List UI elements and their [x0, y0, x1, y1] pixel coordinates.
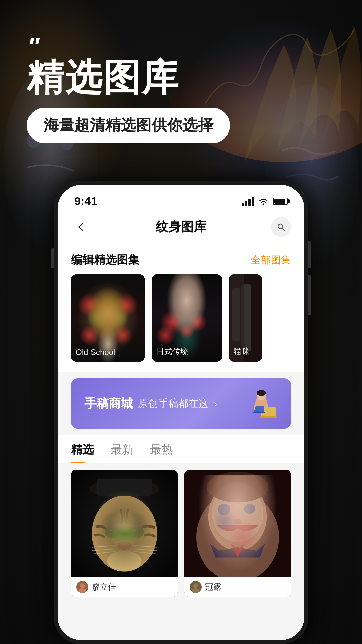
gallery-card-label-japanese: 日式传统: [156, 346, 188, 357]
svg-line-66: [133, 549, 157, 551]
banner[interactable]: 手稿商城 原创手稿都在这 ›: [71, 378, 291, 429]
artist-name-liao: 廖立佳: [92, 582, 116, 592]
gallery-card-japanese[interactable]: 日式传统: [152, 274, 222, 362]
tab-featured[interactable]: 精选: [71, 442, 94, 463]
svg-rect-72: [184, 470, 291, 577]
signal-bar-3: [248, 199, 251, 206]
image-grid: 廖立佳: [58, 463, 304, 604]
svg-line-64: [92, 551, 116, 554]
svg-point-78: [234, 519, 242, 524]
svg-point-81: [193, 583, 198, 588]
tab-hottest[interactable]: 最热: [150, 442, 173, 463]
svg-point-26: [174, 288, 199, 305]
svg-point-12: [105, 328, 108, 330]
search-icon: [276, 222, 286, 232]
tiger-svg: [71, 470, 178, 577]
tabs-row: 精选 最新 最热: [71, 442, 291, 463]
signal-bar-2: [245, 201, 247, 206]
artist-name-guan: 冠露: [205, 582, 221, 592]
svg-point-53: [105, 526, 120, 538]
phone-side-button-right-bottom: [308, 275, 311, 315]
main-title: 精选图库: [27, 57, 230, 98]
svg-point-21: [98, 298, 118, 318]
grid-column-right: 冠露: [184, 470, 291, 597]
banner-illustration: [237, 388, 278, 419]
svg-point-60: [134, 530, 136, 531]
svg-point-57: [129, 526, 144, 538]
back-button[interactable]: [71, 217, 91, 237]
wifi-icon: [258, 197, 269, 206]
person-svg: [237, 388, 278, 419]
grid-card-tiger[interactable]: 廖立佳: [71, 470, 178, 597]
grid-card-joker[interactable]: 冠露: [184, 470, 291, 597]
gallery-card-old-school[interactable]: Old School: [71, 274, 145, 362]
svg-point-32: [196, 321, 206, 331]
svg-point-20: [122, 306, 135, 317]
svg-line-7: [282, 228, 284, 230]
grid-column-left: 廖立佳: [71, 470, 178, 597]
phone-side-button-left: [51, 248, 54, 268]
subtitle-text: 海量超清精选图供你选择: [44, 116, 213, 134]
status-bar: 9:41: [58, 185, 304, 212]
header-section: " 精选图库 海量超清精选图供你选择: [27, 34, 230, 143]
phone-outer: 9:41: [54, 181, 308, 644]
back-icon: [76, 222, 86, 232]
search-button[interactable]: [271, 217, 291, 237]
svg-point-36: [171, 321, 175, 325]
gallery-scroll: Old School: [58, 274, 304, 372]
banner-arrow: ›: [214, 398, 217, 409]
svg-point-59: [134, 529, 137, 533]
banner-title: 手稿商城: [84, 395, 133, 412]
tiger-art: [71, 470, 178, 577]
svg-point-29: [190, 302, 192, 306]
avatar-guan-svg: [190, 581, 202, 593]
subtitle-badge: 海量超清精选图供你选择: [27, 108, 230, 143]
svg-point-34: [189, 336, 197, 344]
svg-point-27: [177, 289, 197, 300]
gallery-card-label-cat: 猫咪: [233, 346, 249, 357]
gallery-card-cat[interactable]: 猫咪: [229, 274, 262, 362]
svg-rect-11: [105, 332, 111, 335]
banner-text-group: 手稿商城 原创手稿都在这 ›: [84, 395, 217, 412]
status-icons: [242, 197, 288, 206]
artist-avatar-guan: [190, 581, 202, 593]
svg-line-67: [134, 551, 157, 554]
svg-point-73: [196, 492, 279, 577]
svg-line-65: [133, 546, 157, 547]
svg-point-16: [120, 300, 129, 309]
tab-hottest-label: 最热: [150, 443, 173, 456]
svg-point-76: [218, 504, 230, 515]
phone-side-button-right-top: [308, 241, 311, 268]
status-time: 9:41: [74, 195, 97, 208]
svg-rect-51: [97, 479, 152, 496]
svg-point-14: [86, 299, 97, 310]
svg-point-13: [108, 328, 111, 330]
avatar-liao-svg: [76, 581, 88, 593]
tab-newest-label: 最新: [111, 443, 133, 456]
battery-fill: [274, 199, 285, 204]
tiger-image: [71, 470, 178, 577]
svg-point-75: [212, 484, 263, 542]
gallery-card-label-old-school: Old School: [76, 347, 115, 357]
tab-newest[interactable]: 最新: [111, 442, 133, 463]
tabs-container: 精选 最新 最热: [58, 435, 304, 463]
battery-icon: [273, 198, 288, 205]
tab-featured-label: 精选: [71, 443, 94, 456]
svg-point-9: [81, 284, 135, 358]
svg-point-70: [80, 583, 85, 588]
joker-svg: [184, 470, 291, 577]
all-albums-link[interactable]: 全部图集: [251, 253, 291, 267]
tab-indicator: [71, 462, 85, 463]
svg-point-28: [181, 302, 184, 306]
tiger-card-footer: 廖立佳: [71, 577, 178, 597]
svg-point-68: [107, 551, 142, 572]
svg-point-55: [110, 529, 113, 533]
app-content: 编辑精选图集 全部图集: [58, 242, 304, 640]
svg-point-52: [92, 496, 157, 572]
svg-rect-47: [253, 412, 265, 413]
svg-point-61: [117, 541, 131, 550]
svg-point-18: [120, 327, 128, 336]
joker-image: [184, 470, 291, 577]
joker-art-container: [184, 470, 291, 577]
svg-point-30: [167, 317, 179, 329]
